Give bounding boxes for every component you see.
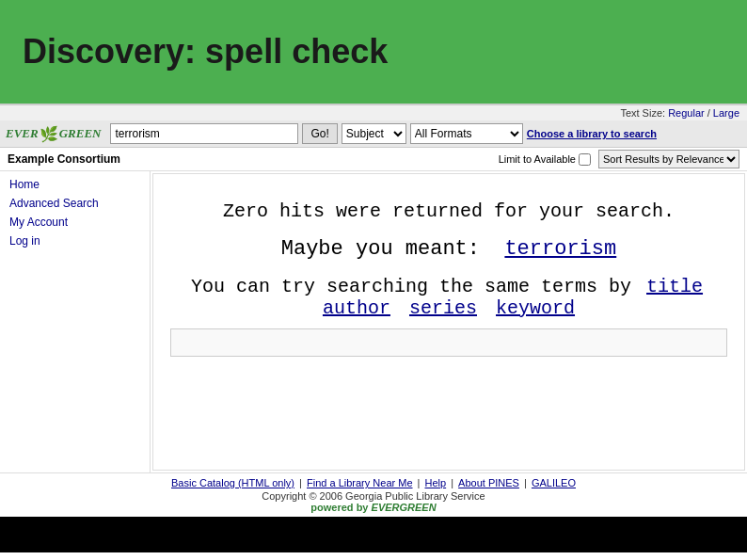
top-bar: Text Size: Regular / Large <box>0 105 747 120</box>
content-area: Zero hits were returned for your search.… <box>152 173 745 471</box>
go-button[interactable]: Go! <box>302 123 337 144</box>
text-size-label: Text Size: <box>620 107 665 119</box>
try-series-link[interactable]: series <box>409 297 477 319</box>
footer-links: Basic Catalog (HTML only) | Find a Libra… <box>4 477 743 488</box>
try-searching-row: You can try searching the same terms by … <box>168 276 729 319</box>
sidebar-item-home[interactable]: Home <box>0 175 150 194</box>
footer-copyright: Copyright © 2006 Georgia Public Library … <box>4 490 743 502</box>
sidebar-item-advanced-search[interactable]: Advanced Search <box>0 194 150 213</box>
library-row: Example Consortium Limit to Available So… <box>0 148 747 171</box>
try-searching-prefix: You can try searching the same terms by <box>191 276 631 297</box>
try-author-link[interactable]: author <box>323 297 390 319</box>
search-type-select[interactable]: Subject Title Author Keyword <box>342 123 406 144</box>
choose-library-link[interactable]: Choose a library to search <box>527 128 657 139</box>
sidebar-item-my-account[interactable]: My Account <box>0 213 150 232</box>
logo-ever: EVER <box>6 126 39 141</box>
results-box <box>170 328 727 357</box>
logo-green: GREEN <box>59 126 102 141</box>
black-bar <box>0 517 747 552</box>
sidebar-item-log-in[interactable]: Log in <box>0 232 150 250</box>
footer-galileo-link[interactable]: GALILEO <box>532 477 576 488</box>
limit-available-container: Limit to Available <box>499 153 591 166</box>
sort-select[interactable]: Sort Results by Relevance <box>598 150 739 168</box>
zero-hits-message: Zero hits were returned for your search. <box>168 200 729 222</box>
text-size-regular-link[interactable]: Regular <box>668 107 705 119</box>
search-bar-row: EVER 🌿 GREEN Go! Subject Title Author Ke… <box>0 120 747 148</box>
evergreen-logo: EVER 🌿 GREEN <box>6 125 101 143</box>
footer-powered: powered by EVERGREEN <box>4 502 743 513</box>
search-input[interactable] <box>110 123 298 144</box>
footer-basic-catalog-link[interactable]: Basic Catalog (HTML only) <box>171 477 294 488</box>
page-footer: Basic Catalog (HTML only) | Find a Libra… <box>0 472 747 517</box>
logo-leaf-icon: 🌿 <box>40 125 58 143</box>
maybe-meant-prefix: Maybe you meant: <box>281 237 480 261</box>
footer-brand: EVERGREEN <box>372 502 437 513</box>
maybe-meant-row: Maybe you meant: terrorism <box>168 237 729 261</box>
slide-title: Discovery: spell check <box>23 32 388 72</box>
browser-area: Text Size: Regular / Large EVER 🌿 GREEN … <box>0 104 747 171</box>
text-size-large-link[interactable]: Large <box>713 107 739 119</box>
footer-help-link[interactable]: Help <box>425 477 447 488</box>
limit-available-checkbox[interactable] <box>579 153 591 166</box>
slide-header: Discovery: spell check <box>0 0 747 104</box>
maybe-meant-link[interactable]: terrorism <box>504 237 616 261</box>
try-title-link[interactable]: title <box>646 276 703 297</box>
footer-about-pines-link[interactable]: About PINES <box>458 477 519 488</box>
text-size-slash: / <box>707 107 710 119</box>
footer-powered-label: powered by <box>310 502 368 513</box>
sidebar: Home Advanced Search My Account Log in <box>0 171 151 472</box>
try-keyword-link[interactable]: keyword <box>496 297 575 319</box>
library-name: Example Consortium <box>8 152 499 166</box>
main-layout: Home Advanced Search My Account Log in Z… <box>0 171 747 472</box>
limit-available-label: Limit to Available <box>499 153 576 165</box>
footer-find-library-link[interactable]: Find a Library Near Me <box>307 477 413 488</box>
format-select[interactable]: All Formats <box>410 123 523 144</box>
